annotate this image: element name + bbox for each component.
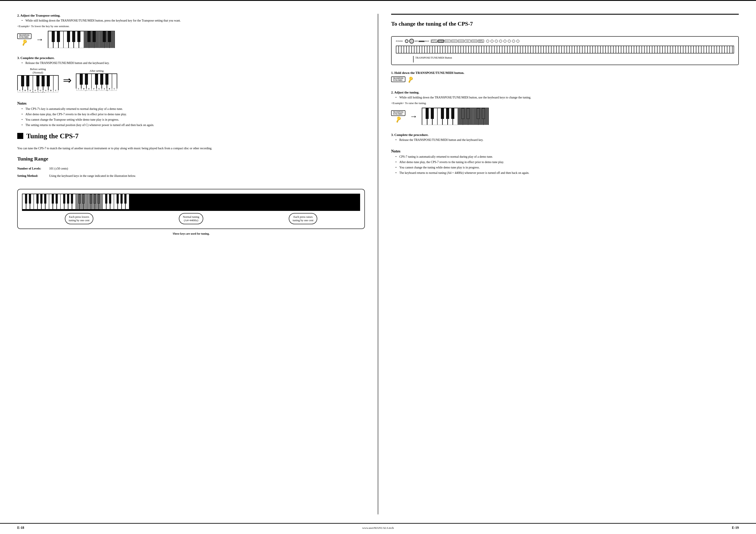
step2-example: <Example> To lower the key by one semito… bbox=[17, 24, 365, 29]
rbk9 bbox=[482, 108, 485, 119]
step2-header: 2. Adjust the Transpose setting. bbox=[17, 14, 365, 17]
fbk3 bbox=[37, 194, 39, 204]
fbk12 bbox=[82, 194, 85, 204]
left-notes-block: Notes The CPS-7's key is automatically r… bbox=[17, 101, 365, 128]
device-piano-row bbox=[396, 46, 734, 53]
before-label: Before setting(Normal) bbox=[30, 67, 46, 74]
raise-oval: Each press raises tuning by one cent bbox=[289, 213, 317, 224]
step3-header: 3. Complete the procedure. bbox=[17, 56, 365, 60]
bk-gs bbox=[72, 31, 75, 42]
fbk17 bbox=[109, 194, 111, 204]
device-label-row: TRANSPOSE/TUNE/MIDI Button bbox=[396, 56, 734, 63]
tuning-section-intro: You can tune the CPS-7 to match the tuni… bbox=[17, 146, 365, 151]
device-btn-strings: STRINGS bbox=[471, 39, 477, 43]
right-note-1: CPS-7 tuning is automatically returned t… bbox=[395, 154, 739, 159]
aft-ds bbox=[85, 74, 88, 85]
left-column: 2. Adjust the Transpose setting. While s… bbox=[17, 14, 365, 514]
right-note-2: After demo tune play, the CPS-7 reverts … bbox=[395, 160, 739, 165]
left-note-4: The setting returns to the normal positi… bbox=[21, 123, 365, 127]
fbk6 bbox=[52, 194, 54, 204]
right-notes-list: CPS-7 tuning is automatically returned t… bbox=[391, 154, 739, 175]
num-levels-val: 101 (±50 cents) bbox=[49, 167, 68, 170]
device-btn-piano2: PIANO 2 bbox=[451, 39, 457, 43]
right-step1-header: 1. Hold down the TRANSPOSE/TUNE/MIDI but… bbox=[391, 71, 739, 75]
right-section-title: To change the tuning of the CPS-7 bbox=[391, 21, 739, 27]
fbk5 bbox=[44, 194, 46, 204]
rbk8 bbox=[477, 108, 480, 119]
fbk9 bbox=[67, 194, 69, 204]
device-btn-pipe: PIPE bbox=[465, 39, 471, 43]
fbk4 bbox=[40, 194, 42, 204]
device-knobs: MIN ▮▮▮▮▮▮▮ MAX bbox=[405, 39, 429, 43]
dc5 bbox=[503, 39, 506, 43]
right-step2-bullet: While still holding down the TRANSPOSE/T… bbox=[395, 95, 739, 100]
left-notes-title: Notes bbox=[17, 101, 365, 106]
right-transpose-btn: TRANSPOSE/TUNE/MIDI bbox=[391, 76, 405, 82]
right-step2-header: 2. Adjust the tuning. bbox=[391, 91, 739, 94]
after-piano: C D E F G A B C bbox=[76, 73, 117, 89]
left-note-1: The CPS-7's key is automatically returne… bbox=[21, 107, 365, 111]
page-footer: E-18 www.userMANUALS.tech E-19 bbox=[0, 523, 756, 534]
normal-oval: Normal tuning (A4=440Hz) bbox=[179, 213, 203, 224]
device-btn-piano1: PIANO 1 bbox=[445, 39, 451, 43]
fbk11 bbox=[78, 194, 81, 204]
dc4 bbox=[499, 39, 502, 43]
dc3 bbox=[495, 39, 498, 43]
device-knob-volume bbox=[409, 39, 414, 43]
setting-method-label: Setting Method: bbox=[17, 174, 47, 178]
device-power-label: POWER bbox=[396, 40, 403, 42]
right-step3-bullet-list: Release the TRANSPOSE/TUNE/MIDI button a… bbox=[391, 138, 739, 142]
num-levels-label: Number of Levels: bbox=[17, 167, 47, 170]
fbk16 bbox=[105, 194, 107, 204]
rbk4 bbox=[446, 108, 449, 119]
fbk2 bbox=[29, 194, 31, 204]
right-step2-example: <Example> To raise the tuning. bbox=[391, 101, 739, 106]
right-step1-icon-row: TRANSPOSE/TUNE/MIDI 🔑 bbox=[391, 76, 739, 83]
fbk15 bbox=[97, 194, 100, 204]
key-icon: 🔑 bbox=[21, 39, 28, 46]
fbk1 bbox=[25, 194, 27, 204]
num-levels-row: Number of Levels: 101 (±50 cents) bbox=[17, 167, 365, 170]
callout-line bbox=[413, 56, 414, 63]
device-btn-touch: TOUCHRESPONSE bbox=[431, 39, 437, 43]
dc8 bbox=[516, 39, 519, 43]
page-number-right: E-19 bbox=[732, 526, 739, 530]
bk-d2s bbox=[93, 31, 96, 42]
lower-oval: Each press lowers tuning by one cent bbox=[65, 213, 93, 224]
bef-fs bbox=[37, 76, 40, 87]
tuning-range-title: Tuning Range bbox=[17, 156, 365, 162]
rbk7 bbox=[467, 108, 470, 119]
fbk8 bbox=[63, 194, 65, 204]
dc2 bbox=[491, 39, 494, 43]
right-step3-header: 3. Complete the procedure. bbox=[391, 133, 739, 137]
page-wrapper: 2. Adjust the Transpose setting. While s… bbox=[0, 1, 756, 523]
step3-bullet: Release the TRANSPOSE/TUNE/MIDI button a… bbox=[21, 61, 365, 65]
bk-cs bbox=[52, 31, 55, 42]
after-label: After setting bbox=[90, 69, 103, 73]
fbk18 bbox=[117, 194, 119, 204]
fbk7 bbox=[56, 194, 58, 204]
setting-method-row: Setting Method: Using the keyboard keys … bbox=[17, 174, 365, 178]
right-step2-diagram: TRANSPOSE/TUNE/MIDI 🔑 → bbox=[391, 108, 739, 125]
right-step2-block: 2. Adjust the tuning. While still holdin… bbox=[391, 91, 739, 127]
left-note-2: After demo tune play, the CPS-7 reverts … bbox=[21, 112, 365, 116]
tuning-section-title: Tuning the CPS-7 bbox=[26, 132, 78, 140]
dc7 bbox=[512, 39, 515, 43]
fbk20 bbox=[124, 194, 126, 204]
bk-g2s bbox=[108, 31, 111, 42]
device-buttons: TOUCHRESPONSE TRANSPOSE/TUNE/MIDI PIANO … bbox=[431, 39, 484, 43]
dc1 bbox=[486, 39, 489, 43]
right-step3-block: 3. Complete the procedure. Release the T… bbox=[391, 133, 739, 143]
rbk1 bbox=[426, 108, 429, 119]
device-diagram: POWER MIN ▮▮▮▮▮▮▮ MAX TOUCHRESPONSE TRAN… bbox=[391, 36, 739, 65]
device-btn-demo: DEMOORGAN bbox=[478, 39, 484, 43]
right-note-3: You cannot change the tuning while demo … bbox=[395, 165, 739, 170]
bk-fs bbox=[67, 31, 70, 42]
bef-ds bbox=[26, 76, 29, 87]
right-notes-title: Notes bbox=[391, 149, 739, 154]
transpose-btn-col: TRANSPOSE/TUNE/MIDI 🔑 bbox=[17, 33, 32, 45]
before-after-arrow: ⇒ bbox=[63, 74, 71, 86]
right-arrow: → bbox=[410, 112, 418, 121]
fbk14 bbox=[94, 194, 96, 204]
right-key-icon-2: 🔑 bbox=[394, 116, 402, 123]
